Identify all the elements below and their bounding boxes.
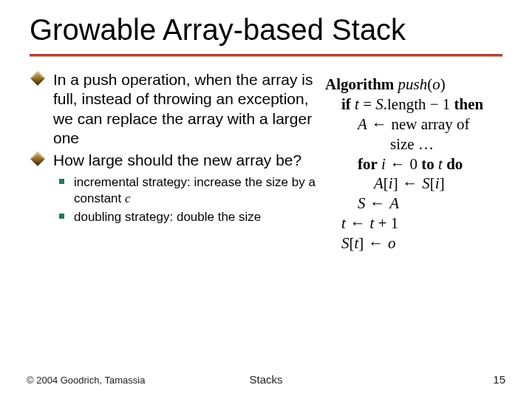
algo-line: S[t] ← o [325,233,514,253]
bullet-text: How large should the new array be? [53,151,301,168]
algo-line: if t = S.length − 1 then [325,95,514,115]
var-A: A [358,115,367,133]
slide: Growable Array-based Stack In a push ope… [0,0,532,399]
bullet-item: In a push operation, when the array is f… [53,70,324,148]
eq: = [359,95,375,113]
fn-arg: o [432,75,440,93]
content-left: In a push operation, when the array is f… [18,70,325,253]
plus-one: + 1 [374,214,398,232]
bullet-text: In a push operation, when the array is f… [53,71,313,146]
size-word: size … [390,135,434,153]
arrow-icon: ← [398,174,423,191]
var-c: c [125,191,131,205]
title-underline [30,54,502,57]
slide-footer: © 2004 Goodrich, Tamassia Stacks 15 [27,373,505,386]
diamond-bullet-icon [30,71,45,86]
var-S: S [358,194,366,212]
algo-line: A ← new array of [325,115,514,134]
algorithm-block: Algorithm push(o) if t = S.length − 1 th… [325,70,514,253]
br: [ [349,234,355,252]
kw-then: then [454,95,484,113]
var-S: S [341,234,349,252]
arrow-icon: ← [366,194,390,211]
br: ] [440,174,445,192]
minus-one: − 1 [426,95,454,113]
br: [ [383,174,389,192]
arrow-icon: ← [367,115,392,132]
square-bullet-icon [59,214,64,219]
br: [ [430,174,435,192]
kw-to: to [417,155,438,173]
new-array: new array of [392,115,470,133]
slide-body: In a push operation, when the array is f… [0,57,532,253]
zero: 0 [410,155,418,173]
sub-bullet-text: incremental strategy: increase the size … [74,175,316,205]
arrow-icon: ← [364,234,388,251]
bullet-list-lvl2: incremental strategy: increase the size … [74,174,324,225]
algo-header: Algorithm push(o) [325,75,514,95]
diamond-bullet-icon [30,151,45,166]
algo-line: A[i] ← S[i] [325,174,514,194]
sub-bullet-item: incremental strategy: increase the size … [74,174,324,206]
bullet-item: How large should the new array be? incre… [53,151,324,225]
kw-if: if [341,95,351,113]
var-t: t [438,155,443,173]
square-bullet-icon [59,179,64,184]
footer-center-text: Stacks [27,373,505,386]
var-A: A [374,174,383,192]
kw-algorithm: Algorithm [325,75,394,93]
dot-length: .length [383,95,426,113]
slide-title: Growable Array-based Stack [30,13,502,47]
algo-line: S ← A [325,194,514,214]
algo-line: size … [325,134,514,154]
fn-name: push [398,75,428,93]
var-A: A [389,194,399,212]
var-S: S [422,174,430,192]
arrow-icon: ← [386,155,410,172]
var-o: o [388,234,396,252]
br: ] [393,174,398,192]
kw-do: do [446,155,463,173]
sub-bullet-text: doubling strategy: double the size [74,210,261,224]
algo-line: t ← t + 1 [325,214,514,233]
title-area: Growable Array-based Stack [0,0,532,50]
sub-bullet-item: doubling strategy: double the size [74,209,324,225]
algo-line: for i ← 0 to t do [325,154,514,174]
var-S: S [375,95,383,113]
arrow-icon: ← [346,214,370,231]
kw-for: for [358,155,378,173]
bullet-list-lvl1: In a push operation, when the array is f… [53,70,324,225]
